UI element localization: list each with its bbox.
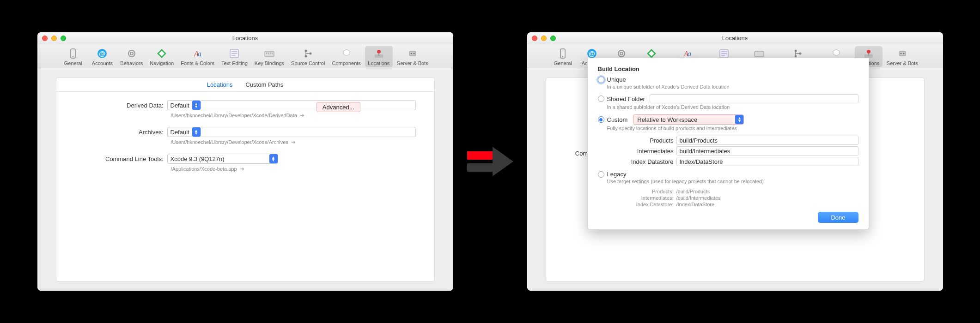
bot-icon: [407, 48, 418, 59]
svg-rect-17: [270, 53, 271, 54]
tab-general[interactable]: General: [59, 46, 87, 67]
svg-rect-45: [755, 51, 764, 57]
derived-data-path-field[interactable]: [201, 100, 416, 110]
archives-path-field[interactable]: [201, 127, 416, 137]
subtab-custom-paths[interactable]: Custom Paths: [246, 81, 284, 88]
radio-shared[interactable]: [598, 96, 604, 102]
shared-folder-input[interactable]: [650, 94, 858, 103]
advanced-button[interactable]: Advanced...: [317, 102, 360, 112]
custom-desc: Fully specify locations of build product…: [607, 126, 858, 131]
svg-point-46: [794, 50, 797, 52]
tab-accounts[interactable]: @Accounts: [88, 46, 116, 67]
tab-server-bots[interactable]: Server & Bots: [394, 46, 431, 67]
svg-rect-14: [265, 51, 274, 57]
zoom-window-button[interactable]: [61, 36, 66, 41]
tab-navigation[interactable]: Navigation: [147, 46, 177, 67]
products-label: Products: [616, 137, 676, 144]
done-button[interactable]: Done: [818, 212, 858, 223]
svg-point-36: [620, 52, 623, 55]
minimize-window-button[interactable]: [51, 36, 57, 41]
radio-custom-label: Custom: [607, 116, 628, 123]
subtab-locations[interactable]: Locations: [207, 81, 233, 88]
legacy-desc: Use target settings (used for legacy pro…: [607, 179, 858, 184]
svg-point-19: [304, 50, 307, 52]
radio-legacy[interactable]: [598, 171, 604, 178]
minimize-window-button[interactable]: [541, 36, 547, 41]
phone-icon: [67, 48, 79, 59]
svg-rect-25: [409, 51, 416, 56]
tab-components[interactable]: Components: [329, 46, 363, 67]
radio-custom[interactable]: [598, 116, 604, 123]
close-window-button[interactable]: [532, 36, 537, 41]
intermediates-label: Intermediates: [616, 148, 676, 155]
summary-index-value: /Index/DataStore: [676, 202, 715, 207]
sheet-title: Build Location: [598, 66, 858, 72]
xcode-prefs-window-left: Locations General @Accounts Behaviors Na…: [37, 32, 453, 291]
text-edit-icon: [229, 48, 240, 59]
pin-icon: [373, 48, 384, 59]
gear-icon: [126, 48, 137, 59]
reveal-arrow-icon[interactable]: ➜: [240, 166, 244, 172]
svg-text:@: @: [99, 50, 105, 57]
intermediates-input[interactable]: build/Intermediates: [676, 146, 858, 156]
titlebar: Locations: [527, 32, 943, 44]
summary-index-label: Index Datastore:: [616, 202, 676, 207]
svg-point-47: [794, 55, 797, 58]
tab-locations[interactable]: Locations: [365, 46, 393, 67]
shared-desc: In a shared subfolder of Xcode's Derived…: [607, 104, 858, 110]
archives-select[interactable]: Default ▴▾: [167, 127, 201, 137]
derived-data-label: Derived Data:: [75, 102, 167, 109]
cli-tools-label: Command Line Tools:: [75, 156, 167, 162]
svg-point-27: [413, 53, 414, 54]
derived-data-path: /Users/hknoechel/Library/Developer/Xcode…: [171, 113, 297, 118]
svg-point-5: [130, 52, 133, 55]
svg-point-53: [900, 53, 901, 54]
svg-point-50: [867, 50, 870, 54]
build-location-sheet: Build Location Unique In a unique subfol…: [587, 58, 869, 230]
svg-point-1: [73, 56, 73, 57]
titlebar: Locations: [37, 32, 453, 44]
close-window-button[interactable]: [42, 36, 48, 41]
archives-label: Archives:: [75, 129, 167, 136]
tab-text-editing[interactable]: Text Editing: [219, 46, 250, 67]
svg-point-32: [562, 56, 563, 57]
chevron-updown-icon: ▴▾: [192, 101, 201, 110]
tab-server-bots[interactable]: Server & Bots: [884, 46, 921, 67]
custom-mode-select[interactable]: Relative to Workspace ▴▾: [633, 114, 744, 125]
tab-behaviors[interactable]: Behaviors: [117, 46, 146, 67]
reveal-arrow-icon[interactable]: ➜: [291, 139, 296, 145]
chevron-updown-icon: ▴▾: [192, 127, 201, 137]
svg-point-4: [128, 50, 135, 57]
svg-point-21: [309, 53, 311, 55]
reveal-arrow-icon[interactable]: ➜: [300, 112, 304, 119]
branch-icon: [303, 48, 314, 59]
cli-tools-select[interactable]: Xcode 9.3 (9Q127n) ▴▾: [167, 154, 278, 164]
tab-key-bindings[interactable]: Key Bindings: [252, 46, 287, 67]
products-input[interactable]: build/Products: [676, 136, 858, 145]
tab-source-control[interactable]: Source Control: [288, 46, 328, 67]
locations-panel: Locations Custom Paths Derived Data: Def…: [56, 78, 435, 281]
index-input[interactable]: Index/DataStore: [676, 157, 858, 166]
svg-text:a: a: [688, 50, 691, 58]
tab-fonts-colors[interactable]: AaFonts & Colors: [178, 46, 217, 67]
tab-general[interactable]: General: [549, 46, 577, 67]
svg-rect-28: [467, 151, 493, 160]
summary-intermediates-label: Intermediates:: [616, 195, 676, 201]
svg-point-48: [799, 53, 801, 55]
chevron-updown-icon: ▴▾: [735, 115, 743, 124]
at-icon: @: [97, 48, 108, 59]
radio-legacy-label: Legacy: [607, 171, 627, 178]
svg-point-20: [304, 55, 307, 58]
components-icon: [341, 48, 352, 59]
archives-path: /Users/hknoechel/Library/Developer/Xcode…: [171, 139, 288, 145]
chevron-updown-icon: ▴▾: [269, 154, 278, 163]
zoom-window-button[interactable]: [550, 36, 556, 41]
radio-unique-label: Unique: [607, 76, 626, 83]
radio-unique[interactable]: [598, 77, 604, 83]
fonts-icon: Aa: [192, 48, 203, 59]
derived-data-select[interactable]: Default ▴▾: [167, 100, 201, 110]
svg-text:a: a: [198, 50, 201, 58]
svg-rect-29: [467, 163, 493, 172]
navigation-icon: [156, 48, 167, 59]
keyboard-icon: [264, 48, 275, 59]
